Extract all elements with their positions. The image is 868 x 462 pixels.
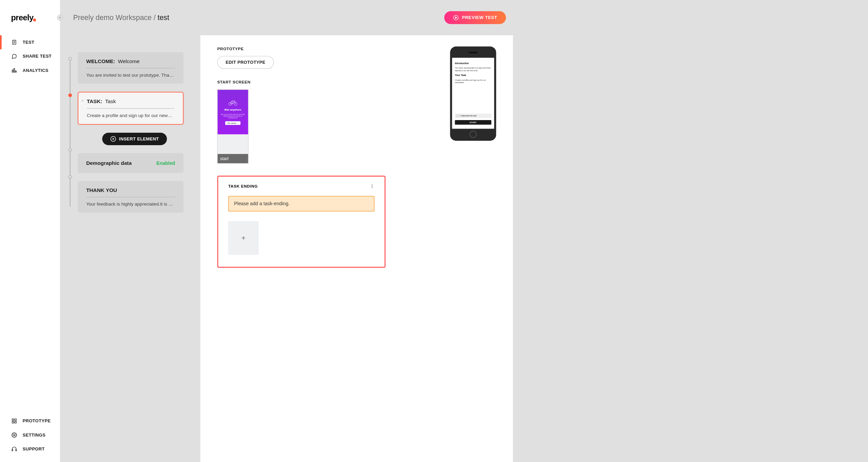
- task-ending-label: TASK ENDING: [228, 184, 258, 189]
- breadcrumb-separator: /: [154, 14, 156, 22]
- svg-point-23: [372, 185, 372, 185]
- sidebar-item-settings[interactable]: SETTINGS: [0, 428, 60, 442]
- start-screen-thumbnail[interactable]: Bike anywhere Set up your free account a…: [217, 90, 249, 164]
- svg-point-11: [14, 434, 15, 436]
- svg-rect-7: [12, 419, 14, 421]
- sidebar: preely TEST SHARE TEST ANALYTICS: [0, 0, 60, 462]
- svg-point-24: [372, 186, 372, 187]
- timeline-panel: WELCOME: Welcome You are invited to test…: [60, 35, 200, 462]
- sidebar-item-support[interactable]: SUPPORT: [0, 442, 60, 456]
- add-task-ending-button[interactable]: [228, 221, 259, 255]
- card-title: Demographic data: [86, 160, 132, 166]
- svg-point-25: [372, 187, 372, 188]
- phone-home-button: [470, 131, 477, 138]
- phone-understand-checkbox: I understand the task: [455, 114, 492, 118]
- sidebar-label: SHARE TEST: [23, 54, 52, 59]
- thumb-title: Bike anywhere: [224, 108, 241, 111]
- plus-icon: [240, 235, 246, 241]
- sidebar-item-prototype[interactable]: PROTOTYPE: [0, 414, 60, 428]
- insert-element-button[interactable]: INSERT ELEMENT: [102, 133, 167, 145]
- bike-icon: [228, 99, 238, 106]
- svg-rect-13: [16, 449, 17, 451]
- collapse-sidebar-button[interactable]: [57, 15, 63, 21]
- sidebar-label: ANALYTICS: [23, 68, 48, 73]
- sidebar-label: SUPPORT: [23, 446, 45, 451]
- headset-icon: [11, 446, 18, 452]
- insert-label: INSERT ELEMENT: [119, 136, 159, 141]
- phone-speaker: [469, 52, 477, 53]
- card-label: WELCOME:: [86, 58, 115, 64]
- status-badge: Enabled: [156, 160, 175, 166]
- card-title: Task: [105, 98, 116, 104]
- details-panel: PROTOTYPE EDIT PROTOTYPE START SCREEN Bi…: [200, 35, 513, 462]
- card-label: THANK YOU: [86, 187, 117, 193]
- timeline-track: [70, 58, 71, 207]
- card-body: Your feedback is highly appreciated.It i…: [86, 197, 175, 207]
- card-body: Create a profile and sign up for our new…: [87, 109, 175, 118]
- timeline-dot: [68, 175, 72, 179]
- phone-start-button: START: [455, 120, 492, 125]
- logo-area: preely: [0, 0, 60, 35]
- card-welcome[interactable]: WELCOME: Welcome You are invited to test…: [78, 52, 183, 84]
- svg-rect-4: [12, 70, 13, 72]
- svg-marker-15: [455, 17, 457, 19]
- sidebar-item-analytics[interactable]: ANALYTICS: [0, 63, 60, 77]
- card-title: Welcome: [118, 58, 140, 64]
- svg-point-22: [234, 102, 237, 105]
- warning-message: Please add a task-ending.: [228, 196, 374, 211]
- svg-rect-6: [15, 71, 16, 72]
- svg-rect-5: [14, 69, 15, 72]
- preview-test-button[interactable]: PREVIEW TEST: [444, 11, 506, 24]
- sidebar-label: TEST: [23, 40, 34, 45]
- timeline-dot: [68, 57, 72, 61]
- breadcrumb: Preely demo Workspace / test: [73, 14, 169, 22]
- sidebar-item-share[interactable]: SHARE TEST: [0, 49, 60, 63]
- card-demographic[interactable]: Demographic data Enabled: [78, 153, 183, 173]
- gear-icon: [11, 432, 18, 438]
- phone-task-text: Create a profile and sign up for our new…: [455, 79, 492, 84]
- main: Preely demo Workspace / test PREVIEW TES…: [60, 0, 513, 462]
- svg-rect-12: [12, 449, 13, 451]
- plus-circle-icon: [110, 136, 116, 142]
- phone-task-title: Your Task: [455, 74, 492, 76]
- svg-rect-9: [12, 421, 14, 423]
- topbar: Preely demo Workspace / test PREVIEW TES…: [60, 0, 513, 35]
- thumb-subtitle: Set up your free account and start ridin…: [220, 113, 245, 119]
- svg-rect-10: [15, 421, 16, 423]
- breadcrumb-workspace[interactable]: Preely demo Workspace: [73, 14, 152, 22]
- analytics-icon: [11, 67, 18, 74]
- timeline-dot-active: [68, 93, 72, 97]
- sidebar-item-test[interactable]: TEST: [0, 35, 60, 49]
- card-body: You are invited to test our prototype. T…: [86, 69, 175, 78]
- brand-logo: preely: [11, 13, 34, 22]
- sidebar-label: PROTOTYPE: [23, 418, 51, 423]
- thumb-caption: start: [218, 154, 248, 163]
- card-task[interactable]: TASK: Task Create a profile and sign up …: [78, 92, 183, 125]
- start-screen-label: START SCREEN: [217, 80, 436, 85]
- play-icon: [453, 15, 459, 21]
- card-thankyou[interactable]: THANK YOU Your feedback is highly apprec…: [78, 181, 183, 213]
- checkbox-icon: [456, 115, 458, 117]
- grid-icon: [11, 418, 18, 424]
- card-label: TASK:: [87, 98, 102, 104]
- sidebar-label: SETTINGS: [23, 432, 45, 438]
- phone-intro-title: Introduction: [455, 62, 492, 64]
- task-ending-section: TASK ENDING Please add a task-ending.: [217, 176, 386, 268]
- document-icon: [11, 39, 18, 45]
- thumb-cta: Get started →: [225, 121, 240, 125]
- phone-intro-text: You have downloaded our app and have ope…: [455, 66, 492, 72]
- preview-label: PREVIEW TEST: [462, 15, 497, 20]
- prototype-section-label: PROTOTYPE: [217, 46, 436, 51]
- edit-prototype-button[interactable]: EDIT PROTOTYPE: [217, 56, 274, 69]
- breadcrumb-current: test: [158, 14, 169, 22]
- drag-handle-icon[interactable]: [81, 99, 84, 102]
- phone-preview: Introduction You have downloaded our app…: [450, 46, 496, 141]
- more-vertical-icon[interactable]: [370, 184, 374, 189]
- timeline-dot: [68, 148, 72, 152]
- svg-rect-8: [15, 419, 16, 421]
- chat-icon: [11, 53, 18, 60]
